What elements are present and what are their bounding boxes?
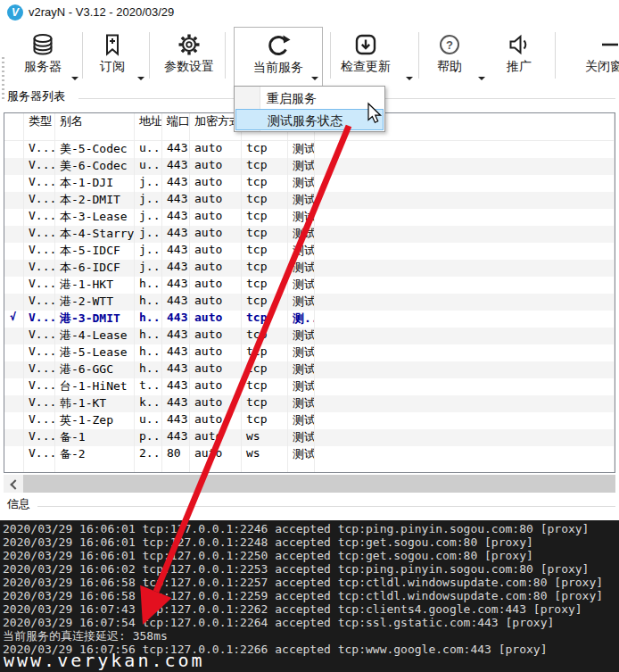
table-row[interactable]: V...美-6-Codecu...443autotcp测试	[4, 158, 615, 175]
cell-subscription[interactable]: 测试	[288, 277, 315, 294]
close-window-button-label: 关闭窗口	[574, 59, 619, 75]
cell-port: 80	[162, 446, 190, 463]
table-row[interactable]: V...本-6-IDCFj...443autotcp测试	[4, 260, 615, 277]
cell-subscription[interactable]: 测试	[288, 412, 315, 429]
cell-subscription[interactable]: 测试	[288, 294, 315, 311]
cell-address: h...	[135, 277, 162, 294]
cell-subscription[interactable]: 测试	[288, 361, 315, 378]
cell-check	[4, 344, 24, 361]
cell-subscription[interactable]: 测试	[288, 395, 315, 412]
cell-address: u...	[135, 412, 162, 429]
cell-security: auto	[190, 192, 242, 209]
cell-alias: 英-1-Zep	[55, 412, 135, 429]
check-update-button[interactable]: 检查更新	[336, 27, 395, 84]
table-row[interactable]: V...港-1-HKTh...443autotcp测试	[4, 277, 615, 294]
cell-result	[315, 361, 615, 378]
servers-dropdown-arrow-icon[interactable]	[71, 77, 78, 80]
header-alias[interactable]: 别名	[55, 113, 135, 140]
cell-subscription[interactable]: 测试	[288, 243, 315, 260]
check-update-dropdown-arrow-icon[interactable]	[406, 77, 413, 80]
cell-subscription[interactable]: 测试	[288, 192, 315, 209]
cell-result	[315, 412, 615, 429]
cell-transport: tcp	[242, 328, 288, 344]
cell-port: 443	[162, 192, 190, 209]
help-dropdown-arrow-icon[interactable]	[478, 77, 485, 80]
table-row[interactable]: V...本-2-DMITj...443autotcp测试	[4, 192, 615, 209]
cell-address: h...	[135, 361, 162, 378]
cell-subscription[interactable]: 测试	[288, 378, 315, 395]
table-row[interactable]: V...本-5-IDCFj...443autotcp测试	[4, 243, 615, 260]
cell-subscription[interactable]: 测试	[288, 446, 315, 463]
cell-transport: tcp	[242, 158, 288, 175]
table-row[interactable]: V...美-5-Codecu...443autotcp测试	[4, 141, 615, 158]
log-line: 当前服务的真连接延迟: 358ms	[3, 629, 619, 643]
horizontal-scrollbar[interactable]	[4, 475, 615, 493]
cell-subscription[interactable]: 测试	[288, 158, 315, 175]
cell-subscription[interactable]: 测..	[288, 311, 315, 328]
cell-result	[315, 243, 615, 260]
settings-button[interactable]: 参数设置	[158, 27, 220, 84]
menu-item-restart-service[interactable]: 重启服务	[235, 87, 384, 109]
cell-check	[4, 412, 24, 429]
table-row[interactable]: V...港-6-GGCh...443autotcp测试	[4, 361, 615, 378]
cell-transport: tcp	[242, 192, 288, 209]
cell-subscription[interactable]: 测试	[288, 209, 315, 226]
table-row[interactable]: V...备-22...80autows测试	[4, 446, 615, 463]
header-address[interactable]: 地址	[135, 113, 162, 140]
cell-type: V...	[24, 277, 55, 294]
cell-type: V...	[24, 412, 55, 429]
table-row[interactable]: V...本-3-Leasej...443autotcp测试	[4, 209, 615, 226]
promotion-button[interactable]: 推广	[497, 27, 541, 84]
cell-port: 443	[162, 243, 190, 260]
current-service-button[interactable]: 当前服务	[234, 27, 323, 86]
header-check[interactable]	[4, 113, 24, 140]
cell-address: h...	[135, 328, 162, 344]
cell-check	[4, 277, 24, 294]
table-row[interactable]: V...港-4-Leaseh...443autotcp测试	[4, 328, 615, 344]
cell-type: V...	[24, 446, 55, 463]
table-row[interactable]: V...本-1-DJIj...443autotcp测试	[4, 175, 615, 192]
cell-subscription[interactable]: 测试	[288, 344, 315, 361]
cell-subscription[interactable]: 测试	[288, 141, 315, 158]
table-row[interactable]: V...韩-1-KTk...443autotcp测试	[4, 395, 615, 412]
log-line: 2020/03/29 16:06:01 tcp:127.0.0.1:2246 a…	[3, 522, 619, 535]
cell-result	[315, 311, 615, 328]
help-button[interactable]: ? 帮助	[427, 27, 472, 84]
table-row[interactable]: V...港-5-Leaseh...443autotcp测试	[4, 344, 615, 361]
cell-security: auto	[190, 311, 242, 328]
cell-transport: tcp	[242, 209, 288, 226]
header-port[interactable]: 端口	[162, 113, 190, 140]
table-row[interactable]: V...英-1-Zepu...443autotcp测试	[4, 412, 615, 429]
current-service-button-label: 当前服务	[235, 60, 322, 76]
menu-item-test-service-status[interactable]: 测试服务状态	[235, 109, 384, 130]
subscription-button[interactable]: 订阅	[89, 27, 136, 84]
cell-address: j...	[135, 260, 162, 277]
help-button-label: 帮助	[427, 59, 472, 75]
current-service-dropdown-arrow-icon[interactable]	[311, 77, 318, 80]
gear-icon	[176, 31, 202, 58]
table-row[interactable]: V...台-1-HiNett...443autotcp测试	[4, 378, 615, 395]
table-row[interactable]: V...备-1p...443autows测试	[4, 429, 615, 446]
table-row[interactable]: V...本-4-Starryj...443autotcp测试	[4, 226, 615, 243]
cell-port: 443	[162, 344, 190, 361]
cell-subscription[interactable]: 测试	[288, 429, 315, 446]
table-row[interactable]: V...港-2-WTTh...443autotcp测试	[4, 294, 615, 311]
cell-security: auto	[190, 141, 242, 158]
toolbar-grip[interactable]	[2, 57, 4, 102]
log-line: 2020/03/29 16:06:01 tcp:127.0.0.1:2250 a…	[3, 549, 619, 562]
header-type[interactable]: 类型	[24, 113, 55, 140]
close-window-button[interactable]: 关闭窗口	[574, 27, 619, 84]
cell-subscription[interactable]: 测试	[288, 226, 315, 243]
cell-subscription[interactable]: 测试	[288, 260, 315, 277]
subscription-dropdown-arrow-icon[interactable]	[137, 77, 144, 80]
cell-subscription[interactable]: 测试	[288, 175, 315, 192]
database-icon	[29, 31, 56, 58]
refresh-icon	[265, 32, 292, 59]
cell-address: 2...	[135, 446, 162, 463]
scroll-left-button[interactable]	[4, 475, 23, 493]
cell-alias: 港-1-HKT	[55, 277, 135, 294]
cell-subscription[interactable]: 测试	[288, 328, 315, 344]
scrollbar-thumb[interactable]	[23, 475, 615, 493]
table-row[interactable]: √V...港-3-DMITh...443autotcp测..	[4, 311, 615, 328]
servers-button[interactable]: 服务器	[9, 27, 77, 84]
